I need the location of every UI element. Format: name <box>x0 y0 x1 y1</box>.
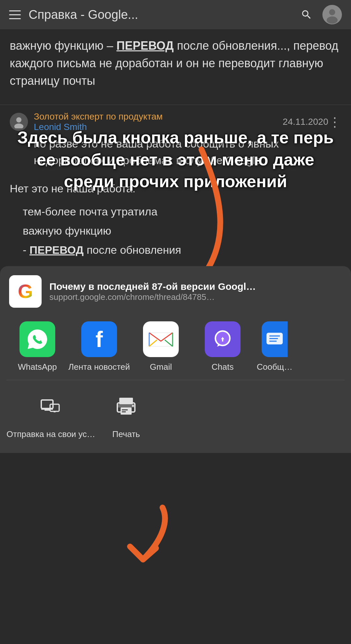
share-app-messages[interactable]: Сообщ… <box>254 321 296 373</box>
send-to-device-icon <box>33 389 69 424</box>
menu-button[interactable] <box>9 9 21 20</box>
top-bar: Справка - Google... <box>0 0 351 29</box>
page-title: Справка - Google... <box>29 8 291 22</box>
comment-author-role: Золотой эксперт по продуктам <box>34 111 283 122</box>
messages-icon <box>262 321 288 357</box>
share-url: support.google.com/chrome/thread/84785… <box>49 292 342 302</box>
share-app-whatsapp[interactable]: WhatsApp <box>6 321 68 373</box>
comment-body: но разве это не ваша работа сообщить о я… <box>10 135 341 169</box>
share-title: Почему в последней 87-ой версии Googl… <box>49 281 342 292</box>
svg-point-27 <box>132 405 134 407</box>
share-app-facebook[interactable]: f Лента новостей <box>68 321 130 373</box>
search-button[interactable] <box>298 6 315 23</box>
share-sheet: G Почему в последней 87-ой версии Googl…… <box>0 266 351 453</box>
share-title-block: Почему в последней 87-ой версии Googl… s… <box>49 281 342 302</box>
google-logo: G <box>18 282 33 301</box>
svg-rect-24 <box>121 407 132 415</box>
comment-meta: Золотой эксперт по продуктам Leonid Smit… <box>34 111 283 132</box>
svg-point-3 <box>16 117 21 122</box>
gmail-label: Gmail <box>150 362 172 373</box>
share-app-icon: G <box>9 275 42 308</box>
comment-author-name: Leonid Smith <box>34 122 283 132</box>
content-area: важную функцию – ПЕРЕВОД после обновлени… <box>0 29 351 105</box>
share-app-chats[interactable]: Chats <box>192 321 254 373</box>
svg-rect-25 <box>122 409 128 410</box>
arrow-overlay-2 <box>0 488 351 586</box>
facebook-icon: f <box>81 321 117 357</box>
comment-header: Золотой эксперт по продуктам Leonid Smit… <box>10 111 341 132</box>
svg-rect-11 <box>222 339 223 341</box>
svg-rect-17 <box>41 408 53 410</box>
svg-point-4 <box>14 123 23 128</box>
share-app-gmail[interactable]: Gmail <box>130 321 192 373</box>
chats-label: Chats <box>212 362 234 373</box>
comment-block: Золотой эксперт по продуктам Leonid Smit… <box>0 105 351 175</box>
comment-date: 24.11.2020 <box>283 117 328 127</box>
italic-text-2: важную функцию <box>10 223 341 239</box>
svg-point-2 <box>327 17 338 24</box>
svg-point-1 <box>329 9 335 15</box>
chats-icon <box>205 321 240 357</box>
divider <box>6 380 344 380</box>
content-continued: Нет это не наша работа. тем-более почта … <box>0 175 351 266</box>
more-options-button[interactable]: ⋮ <box>328 114 341 129</box>
comment-avatar <box>10 113 28 131</box>
print-icon <box>108 389 144 424</box>
whatsapp-icon <box>20 321 55 357</box>
avatar[interactable] <box>322 5 342 24</box>
reply-text: Нет это не наша работа. <box>10 180 341 197</box>
italic-text-1: тем-более почта утратила <box>10 203 341 220</box>
share-header: G Почему в последней 87-ой версии Googl…… <box>0 266 351 314</box>
print-label: Печать <box>112 429 140 440</box>
main-text: важную функцию – ПЕРЕВОД после обновлени… <box>10 37 341 90</box>
bold-text-block: - ПЕРЕВОД после обновления <box>10 242 341 258</box>
svg-rect-18 <box>45 410 50 411</box>
svg-rect-20 <box>54 411 56 412</box>
utility-print[interactable]: Печать <box>95 389 157 440</box>
facebook-label: Лента новостей <box>68 362 130 373</box>
search-icon <box>301 9 312 20</box>
avatar-image <box>323 6 341 24</box>
svg-rect-26 <box>122 411 126 412</box>
messages-label: Сообщ… <box>257 362 292 373</box>
whatsapp-label: WhatsApp <box>18 362 57 373</box>
utility-send-to-device[interactable]: Отправка на свои ус… <box>6 389 95 440</box>
utility-grid: Отправка на свои ус… Печать <box>0 383 351 453</box>
send-to-device-label: Отправка на свои ус… <box>6 429 95 440</box>
gmail-icon <box>143 321 179 357</box>
app-grid: WhatsApp f Лента новостей <box>0 314 351 377</box>
